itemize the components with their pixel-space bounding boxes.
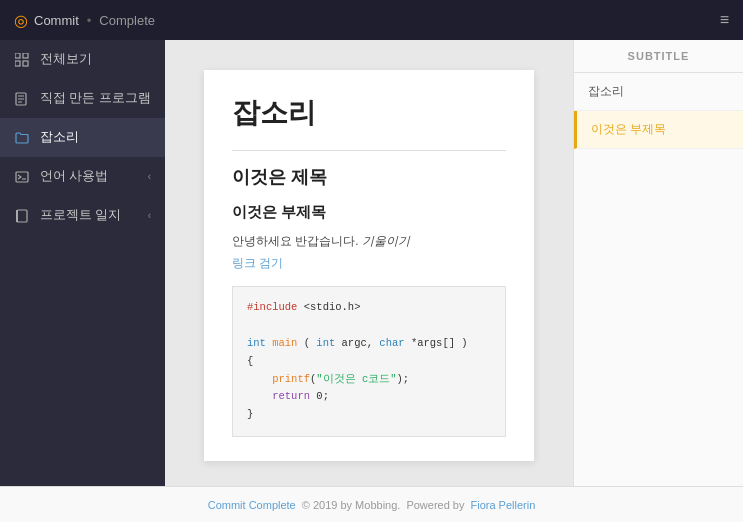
- main-content: 잡소리 이것은 제목 이것은 부제목 안녕하세요 반갑습니다. 기울이기 링크 …: [165, 40, 573, 486]
- topbar: ◎ Commit • Complete ≡: [0, 0, 743, 40]
- sidebar-item-label: 프로젝트 일지: [40, 207, 121, 224]
- article-divider: [232, 150, 506, 151]
- footer-author-link[interactable]: Fiora Pellerin: [470, 499, 535, 511]
- sidebar-item-jabsori[interactable]: 잡소리: [0, 118, 165, 157]
- terminal-icon: [14, 169, 30, 185]
- code-block: #include <stdio.h> int main ( int argc, …: [232, 286, 506, 437]
- footer: Commit Complete © 2019 by Mobbing. Power…: [0, 486, 743, 522]
- article-card: 잡소리 이것은 제목 이것은 부제목 안녕하세요 반갑습니다. 기울이기 링크 …: [204, 70, 534, 461]
- sidebar: 전체보기 직접 만든 프로그램 잡소리 언어 사용법 ‹ 프로젝트 일지: [0, 40, 165, 486]
- sidebar-item-direct[interactable]: 직접 만든 프로그램: [0, 79, 165, 118]
- main-layout: 전체보기 직접 만든 프로그램 잡소리 언어 사용법 ‹ 프로젝트 일지: [0, 40, 743, 486]
- sidebar-item-label: 잡소리: [40, 129, 79, 146]
- svg-rect-3: [23, 61, 28, 66]
- right-panel-item-0[interactable]: 잡소리: [574, 73, 743, 111]
- svg-rect-0: [15, 53, 20, 58]
- code-line-4: {: [247, 353, 491, 371]
- chevron-icon: ‹: [148, 171, 151, 182]
- sidebar-item-label: 언어 사용법: [40, 168, 108, 185]
- footer-copyright: © 2019 by Mobbing.: [302, 499, 401, 511]
- sidebar-item-label: 직접 만든 프로그램: [40, 90, 151, 107]
- article-heading: 이것은 제목: [232, 165, 506, 189]
- doc-icon: [14, 91, 30, 107]
- sidebar-item-all[interactable]: 전체보기: [0, 40, 165, 79]
- sidebar-item-label: 전체보기: [40, 51, 92, 68]
- topbar-logo-icon: ◎: [14, 11, 28, 30]
- folder-icon: [14, 130, 30, 146]
- sidebar-item-project[interactable]: 프로젝트 일지 ‹: [0, 196, 165, 235]
- topbar-branding: ◎ Commit • Complete: [14, 11, 155, 30]
- code-line-5: printf("이것은 c코드");: [247, 371, 491, 389]
- code-line-7: }: [247, 406, 491, 424]
- article-section-title: 이것은 부제목: [232, 203, 506, 222]
- topbar-separator: •: [87, 13, 92, 28]
- chevron-icon: ‹: [148, 210, 151, 221]
- sidebar-item-language[interactable]: 언어 사용법 ‹: [0, 157, 165, 196]
- code-line-6: return 0;: [247, 388, 491, 406]
- topbar-subtitle: Complete: [99, 13, 155, 28]
- article-main-title: 잡소리: [232, 94, 506, 132]
- article-body-text: 안녕하세요 반갑습니다. 기울이기: [232, 232, 506, 251]
- topbar-title: Commit: [34, 13, 79, 28]
- code-line-3: int main ( int argc, char *args[] ): [247, 335, 491, 353]
- svg-rect-2: [15, 61, 20, 66]
- code-line-1: #include <stdio.h>: [247, 299, 491, 317]
- grid-icon: [14, 52, 30, 68]
- right-panel-header: SUBTITLE: [574, 40, 743, 73]
- code-line-2: [247, 317, 491, 335]
- footer-commit-link[interactable]: Commit Complete: [208, 499, 296, 511]
- content-body: 잡소리 이것은 제목 이것은 부제목 안녕하세요 반갑습니다. 기울이기 링크 …: [165, 40, 743, 486]
- svg-rect-8: [16, 172, 28, 182]
- book-icon: [14, 208, 30, 224]
- menu-icon[interactable]: ≡: [720, 11, 729, 29]
- right-panel: SUBTITLE 잡소리 이것은 부제목: [573, 40, 743, 486]
- right-panel-item-1[interactable]: 이것은 부제목: [574, 111, 743, 149]
- svg-rect-1: [23, 53, 28, 58]
- svg-rect-10: [17, 210, 27, 222]
- footer-powered-by: Powered by: [406, 499, 464, 511]
- article-link[interactable]: 링크 검기: [232, 255, 506, 272]
